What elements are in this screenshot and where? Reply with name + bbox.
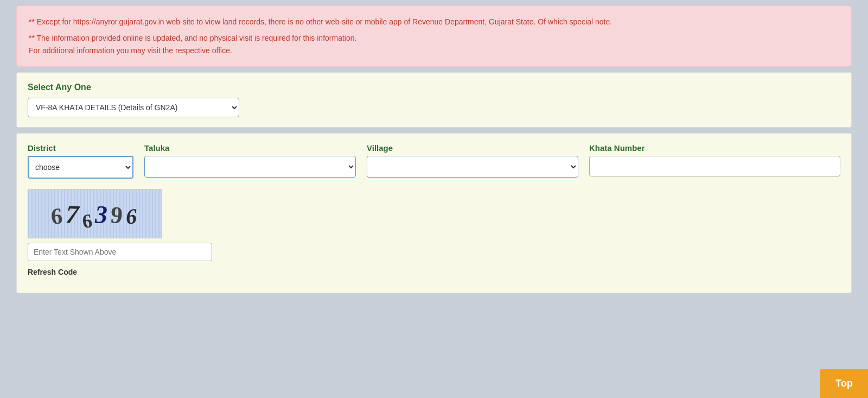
khata-group: Khata Number (589, 143, 840, 176)
select-label: Select Any One (28, 83, 840, 92)
khata-label: Khata Number (589, 143, 840, 153)
captcha-image: 6 7 6 3 9 6 (28, 189, 162, 238)
notice-box: ** Except for https://anyror.gujarat.gov… (16, 5, 852, 67)
taluka-group: Taluka (144, 143, 356, 178)
refresh-code-label: Refresh Code (28, 268, 840, 276)
notice-line1: ** Except for https://anyror.gujarat.gov… (29, 16, 839, 28)
taluka-select[interactable] (144, 156, 356, 178)
captcha-display: 6 7 6 3 9 6 (51, 199, 139, 229)
captcha-char-5: 9 (110, 201, 126, 230)
fields-row: District choose Taluka Village (28, 143, 840, 179)
village-group: Village (367, 143, 578, 178)
captcha-char-6: 6 (125, 203, 139, 229)
captcha-char-3: 6 (81, 209, 96, 233)
notice-text: ** Except for https://anyror.gujarat.gov… (29, 16, 839, 56)
khata-input[interactable] (589, 156, 840, 176)
select-panel: Select Any One VF-8A KHATA DETAILS (Deta… (16, 72, 852, 128)
district-select[interactable]: choose (28, 156, 133, 179)
form-panel: District choose Taluka Village (16, 133, 852, 293)
taluka-label: Taluka (144, 143, 356, 153)
notice-line2: ** The information provided online is up… (29, 32, 839, 56)
captcha-char-1: 6 (50, 203, 66, 230)
captcha-char-2: 7 (65, 199, 82, 229)
captcha-container: 6 7 6 3 9 6 Refresh Code (28, 189, 840, 276)
top-button[interactable]: Top (820, 369, 868, 398)
captcha-input[interactable] (28, 243, 212, 261)
village-label: Village (367, 143, 578, 153)
record-type-select[interactable]: VF-8A KHATA DETAILS (Details of GN2A) VF… (28, 98, 239, 117)
village-select[interactable] (367, 156, 578, 178)
district-group: District choose (28, 143, 133, 179)
district-label: District (28, 143, 133, 153)
captcha-char-4: 3 (95, 200, 110, 229)
